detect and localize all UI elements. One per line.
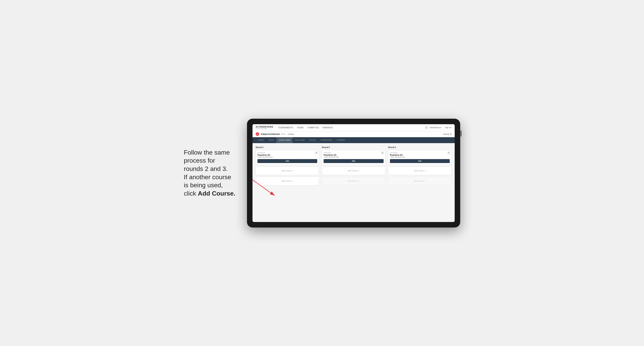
- instruction-line1: Follow the same: [184, 149, 230, 156]
- round-1-add-course-2[interactable]: Add Course +: [256, 177, 319, 185]
- round-1-edit-button[interactable]: Edit: [258, 159, 317, 163]
- round-1-course-card: ⊟ (Course A) Peachtree GC Yellow (M) (66…: [256, 150, 319, 165]
- tab-course-setup[interactable]: Course Setup: [276, 137, 292, 143]
- instruction-line2: process for: [184, 157, 215, 164]
- round-3-course-label: (Course A): [390, 152, 450, 154]
- round-1-delete-button[interactable]: ⊟: [315, 152, 318, 154]
- cancel-label: Cancel: [443, 133, 449, 135]
- round-1-add-course-text-1: Add Course +: [281, 169, 293, 172]
- page-wrapper: Follow the same process for rounds 2 and…: [184, 119, 460, 227]
- tab-printables[interactable]: Printables: [334, 137, 348, 143]
- instruction-line4: If another course: [184, 173, 231, 180]
- rounds-grid: Round 1 ⊟ (Course A) Peachtree GC Yellow…: [256, 146, 452, 187]
- round-2-course-name: Peachtree GC: [324, 154, 384, 156]
- round-3-add-course-1[interactable]: Add Course +: [388, 167, 452, 175]
- round-3-add-course-2: Add Course +: [388, 177, 452, 185]
- tournament-name: Clippd Invitational: [261, 133, 280, 135]
- round-1-course-detail: Yellow (M) (6629 yds): [258, 156, 317, 158]
- round-2-course-label: (Course A): [324, 152, 384, 154]
- tab-bar: Details Teams Course Setup Tee Groups Re…: [252, 137, 455, 143]
- nav-committee[interactable]: COMMITTEE: [307, 127, 319, 129]
- round-1-title: Round 1: [256, 146, 319, 149]
- round-3-title: Round 3: [388, 146, 452, 149]
- round-2-course-card: ⊟ (Course A) Peachtree GC Yellow (M) (66…: [322, 150, 385, 165]
- user-email: blair@clippd.io: [430, 127, 441, 129]
- separator: |: [443, 127, 444, 129]
- nav-tournaments[interactable]: TOURNAMENTS: [278, 127, 293, 129]
- sign-out-link[interactable]: Sign out: [445, 127, 452, 129]
- instruction-line5: is being used,: [184, 181, 223, 189]
- round-2-course-detail: Yellow (M) (6629 yds): [324, 156, 384, 158]
- round-3-delete-button[interactable]: ⊟: [447, 152, 450, 154]
- round-3-add-course-text-2: Add Course +: [414, 179, 426, 182]
- top-nav-links: TOURNAMENTS TEAMS COMMITTEE RANKINGS: [278, 127, 425, 129]
- round-3-plus-icon-2: +: [424, 179, 426, 182]
- round-1-course-name: Peachtree GC: [258, 154, 317, 156]
- tab-tee-groups[interactable]: Tee Groups: [292, 137, 307, 143]
- scoreboard-logo: SCOREBOARD Powered by clippd: [256, 126, 273, 129]
- hosting-badge: Hosting: [287, 133, 295, 135]
- round-3-column: Round 3 ⊟ (Course A) Peachtree GC Yellow…: [388, 146, 452, 187]
- nav-teams[interactable]: TEAMS: [297, 127, 304, 129]
- tournament-type: (Men): [281, 133, 286, 135]
- user-avatar: [425, 126, 428, 129]
- tab-leaderboards[interactable]: Leaderboards: [318, 137, 334, 143]
- logo-sub: Powered by clippd: [256, 128, 273, 129]
- tab-details[interactable]: Details: [256, 137, 266, 143]
- sub-header: C Clippd Invitational (Men) Hosting Canc…: [252, 131, 455, 137]
- instruction-line3: rounds 2 and 3.: [184, 165, 228, 172]
- round-2-column: Round 2 ⊟ (Course A) Peachtree GC Yellow…: [322, 146, 385, 187]
- round-2-edit-button[interactable]: Edit: [324, 159, 384, 163]
- instruction-bold: Add Course.: [198, 190, 235, 197]
- tab-results[interactable]: Results: [307, 137, 318, 143]
- top-nav-right: blair@clippd.io | Sign out: [425, 126, 452, 129]
- round-3-course-card: ⊟ (Course A) Peachtree GC Yellow (M) (66…: [388, 150, 452, 165]
- main-content: Round 1 ⊟ (Course A) Peachtree GC Yellow…: [252, 143, 455, 222]
- instruction-block: Follow the same process for rounds 2 and…: [184, 149, 239, 198]
- tournament-icon: C: [256, 132, 259, 136]
- cancel-x-icon: ✕: [450, 133, 452, 135]
- round-3-plus-icon-1: +: [424, 169, 426, 172]
- power-button: [460, 131, 462, 137]
- round-2-title: Round 2: [322, 146, 385, 149]
- round-1-plus-icon-1: +: [292, 169, 293, 172]
- round-2-plus-icon-2: +: [358, 179, 360, 182]
- round-2-add-course-1[interactable]: Add Course +: [322, 167, 385, 175]
- round-1-add-course-1[interactable]: Add Course +: [256, 167, 319, 175]
- logo-title: SCOREBOARD: [256, 126, 273, 128]
- round-2-add-course-text-2: Add Course +: [348, 179, 360, 182]
- instruction-line6: click: [184, 190, 198, 197]
- tablet-frame: SCOREBOARD Powered by clippd TOURNAMENTS…: [247, 119, 460, 227]
- round-3-course-name: Peachtree GC: [390, 154, 450, 156]
- tab-teams[interactable]: Teams: [266, 137, 276, 143]
- round-3-edit-button[interactable]: Edit: [390, 159, 450, 163]
- round-1-course-label: (Course A): [258, 152, 317, 154]
- nav-rankings[interactable]: RANKINGS: [322, 127, 333, 129]
- round-2-add-course-text-1: Add Course +: [348, 169, 360, 172]
- round-2-delete-button[interactable]: ⊟: [381, 152, 384, 154]
- round-3-add-course-text-1: Add Course +: [414, 169, 426, 172]
- top-nav: SCOREBOARD Powered by clippd TOURNAMENTS…: [252, 124, 455, 131]
- round-1-plus-icon-2: +: [292, 179, 293, 182]
- round-2-plus-icon-1: +: [358, 169, 360, 172]
- round-1-add-course-text-2: Add Course +: [281, 179, 293, 182]
- round-2-add-course-2: Add Course +: [322, 177, 385, 185]
- round-1-column: Round 1 ⊟ (Course A) Peachtree GC Yellow…: [256, 146, 319, 187]
- round-3-course-detail: Yellow (M) (6629 yds): [390, 156, 450, 158]
- cancel-button[interactable]: Cancel ✕: [443, 133, 452, 135]
- tablet-screen: SCOREBOARD Powered by clippd TOURNAMENTS…: [252, 124, 455, 222]
